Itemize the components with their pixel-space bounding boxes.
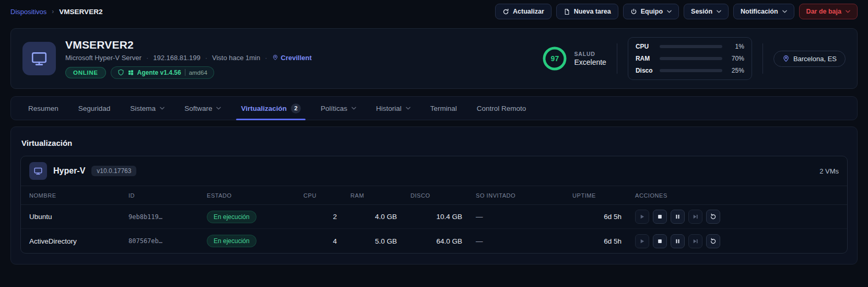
vm-action-play-button[interactable] (635, 210, 649, 224)
location-pin-icon (272, 54, 278, 61)
chevron-down-icon (216, 107, 221, 110)
decommission-button[interactable]: Dar de baja (799, 4, 858, 19)
health-label: SALUD (574, 51, 606, 57)
tab-historial[interactable]: Historial (366, 97, 420, 120)
device-ip: 192.168.81.199 (153, 54, 200, 62)
vm-guest-os: — (476, 237, 572, 245)
button-label: Sesión (691, 8, 712, 15)
session-button[interactable]: Sesión (684, 4, 729, 19)
vm-id: 807567eb… (128, 237, 207, 245)
vm-action-restart-button[interactable] (706, 210, 720, 224)
button-label: Dar de baja (806, 8, 841, 15)
vm-action-pause-button[interactable] (671, 234, 685, 248)
tab-label: Políticas (321, 105, 347, 112)
column-header: RAM (350, 192, 410, 199)
vm-action-resume-button[interactable] (688, 234, 702, 248)
column-header: ESTADO (207, 192, 303, 199)
vm-name: ActiveDirectory (29, 237, 128, 245)
resource-label: CPU (636, 43, 654, 50)
breadcrumb-devices-link[interactable]: Dispositivos (10, 8, 46, 16)
machine-button[interactable]: Equipo (623, 4, 679, 19)
resource-bar-track (660, 69, 722, 72)
button-label: Actualizar (513, 8, 544, 15)
column-header: ACCIONES (635, 192, 839, 199)
chevron-down-icon (782, 10, 787, 13)
vm-action-restart-button[interactable] (706, 234, 720, 248)
tab-software[interactable]: Software (174, 97, 231, 120)
device-header-right: 97 SALUD Excelente CPU1%RAM70%Disco25% B… (542, 37, 846, 80)
device-site: Crevillent (281, 54, 312, 62)
notification-button[interactable]: Notificación (733, 4, 794, 19)
device-tabs: ResumenSeguridadSistemaSoftwareVirtualiz… (10, 96, 858, 120)
stop-icon (657, 238, 663, 244)
tab-control-remoto[interactable]: Control Remoto (467, 97, 536, 120)
health-value: Excelente (574, 58, 606, 66)
tab-terminal[interactable]: Terminal (420, 97, 467, 120)
meta-dot: · (205, 54, 207, 62)
shield-icon (118, 69, 124, 76)
section-title: Virtualización (21, 139, 848, 147)
health-text: SALUD Excelente (574, 51, 606, 66)
chevron-down-icon (406, 107, 410, 110)
vm-ram: 4.0 GB (350, 213, 410, 221)
tab-resumen[interactable]: Resumen (18, 97, 68, 120)
power-icon (630, 8, 637, 15)
resource-usage-panel: CPU1%RAM70%Disco25% (628, 37, 752, 80)
column-header: CPU (303, 192, 350, 199)
device-meta: Microsoft Hyper-V Server · 192.168.81.19… (65, 54, 312, 62)
vm-state-badge: En ejecución (207, 211, 256, 223)
resource-percent: 25% (728, 67, 744, 74)
refresh-button[interactable]: Actualizar (495, 4, 552, 19)
status-badge: ONLINE (65, 67, 106, 78)
vm-id: 9eb8b119… (128, 213, 207, 221)
hypervisor-version-badge: v10.0.17763 (91, 166, 136, 176)
tab-sistema[interactable]: Sistema (120, 97, 174, 120)
vm-action-stop-button[interactable] (653, 210, 667, 224)
breadcrumb: Dispositivos › VMSERVER2 (10, 8, 102, 16)
vm-action-play-button[interactable] (635, 234, 649, 248)
breadcrumb-current: VMSERVER2 (59, 8, 102, 16)
vm-count: 2 VMs (819, 167, 839, 175)
device-badges: ONLINE Agente v1.4.56 amd64 (65, 66, 312, 79)
device-site-link[interactable]: Crevillent (272, 54, 312, 62)
column-header: SO INVITADO (476, 192, 572, 199)
agent-badge: Agente v1.4.56 amd64 (111, 66, 214, 79)
tab-políticas[interactable]: Políticas (311, 97, 366, 120)
vm-action-stop-button[interactable] (653, 234, 667, 248)
agent-version: Agente v1.4.56 (137, 69, 181, 76)
location-pin-icon (782, 55, 790, 62)
column-header: ID (128, 192, 207, 199)
vm-table-header: NOMBREIDESTADOCPURAMDISCOSO INVITADOUPTI… (21, 186, 847, 205)
divider (617, 43, 617, 74)
resource-percent: 1% (728, 43, 744, 50)
health-indicator: 97 SALUD Excelente (542, 46, 606, 71)
agent-separator (185, 69, 185, 76)
tab-virtualización[interactable]: Virtualización2 (231, 97, 311, 120)
column-header: UPTIME (572, 192, 635, 199)
vm-action-pause-button[interactable] (671, 210, 685, 224)
resource-label: RAM (636, 55, 654, 62)
vm-action-resume-button[interactable] (688, 210, 702, 224)
vm-disk: 10.4 GB (410, 213, 476, 221)
vm-cpu: 4 (303, 237, 350, 245)
vm-state-cell: En ejecución (207, 235, 303, 247)
hypervisor-name: Hyper-V (53, 166, 85, 176)
column-header: NOMBRE (29, 192, 128, 199)
device-info: VMSERVER2 Microsoft Hyper-V Server · 192… (65, 39, 312, 79)
new-task-button[interactable]: Nueva tarea (556, 4, 618, 19)
resource-row-disco: Disco25% (636, 67, 744, 74)
tab-label: Control Remoto (477, 105, 526, 112)
vm-name: Ubuntu (29, 213, 128, 221)
button-label: Notificación (741, 8, 778, 15)
resource-label: Disco (636, 67, 654, 74)
resource-row-cpu: CPU1% (636, 43, 744, 50)
chevron-down-icon (846, 10, 850, 13)
tab-label: Terminal (430, 105, 457, 112)
location-badge[interactable]: Barcelona, ES (773, 51, 846, 67)
chevron-down-icon (667, 10, 672, 13)
stop-icon (657, 214, 663, 220)
tab-seguridad[interactable]: Seguridad (68, 97, 121, 120)
vm-actions (635, 234, 839, 248)
hyperv-monitor-icon (29, 162, 47, 180)
vm-uptime: 6d 5h (572, 213, 635, 221)
